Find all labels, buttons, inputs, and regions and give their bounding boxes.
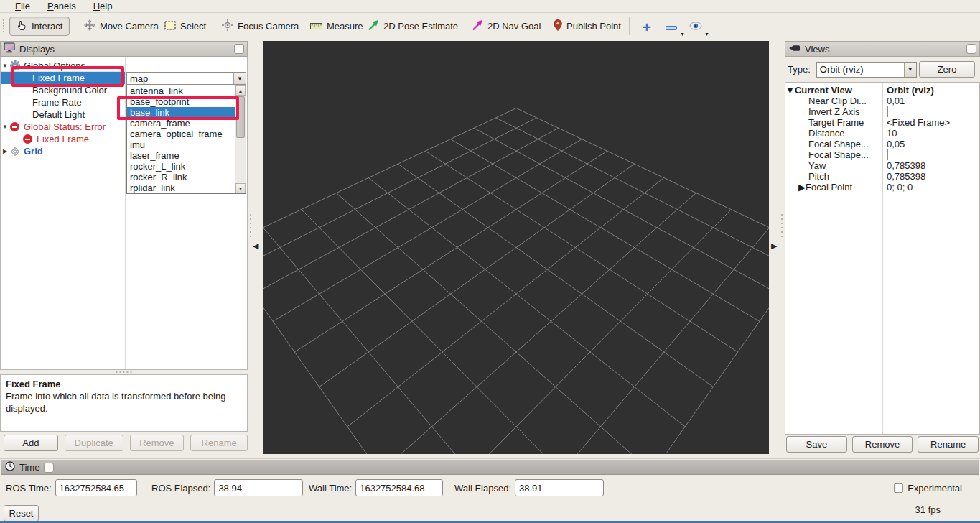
dropdown-option[interactable]: antenna_link: [127, 85, 235, 96]
views-panel-header: Views: [785, 41, 980, 57]
zoom-in-button[interactable]: +: [638, 18, 656, 35]
view-prop-near-clip[interactable]: Near Clip Di... 0,01: [785, 96, 979, 106]
expander-right-icon[interactable]: [1, 148, 9, 154]
dropdown-option[interactable]: rplidar_link: [127, 182, 235, 193]
render-viewport[interactable]: [263, 41, 769, 454]
expander-down-icon[interactable]: [785, 85, 795, 96]
menu-file[interactable]: File: [7, 0, 38, 12]
time-float-button[interactable]: [44, 463, 54, 473]
view-prop-current-view[interactable]: Current View Orbit (rviz): [785, 85, 979, 96]
view-prop-target-frame[interactable]: Target Frame <Fixed Frame>: [785, 117, 979, 128]
menu-panels[interactable]: Panels: [39, 0, 84, 12]
panel-splitter-handle[interactable]: [115, 371, 134, 374]
minus-icon: [666, 22, 677, 32]
move-arrows-icon: [84, 19, 95, 33]
view-type-combobox[interactable]: Orbit (rviz) ▼: [816, 62, 917, 78]
zoom-out-button[interactable]: ▼: [662, 18, 681, 35]
dropdown-option[interactable]: rocker_L_link: [127, 161, 235, 172]
focal-shape-checkbox[interactable]: [887, 149, 888, 160]
expander-down-icon[interactable]: [1, 63, 9, 69]
ros-elapsed-label: ROS Elapsed:: [151, 483, 210, 494]
publish-point-tool-button[interactable]: Publish Point: [547, 17, 627, 36]
focus-camera-tool-button[interactable]: Focus Camera: [215, 17, 305, 36]
view-prop-distance[interactable]: Distance 10: [785, 128, 979, 139]
view-prop-pitch[interactable]: Pitch 0,785398: [785, 171, 979, 182]
tree-row-default-light[interactable]: Default Light: [1, 108, 125, 121]
view-prop-focal-shape-size[interactable]: Focal Shape... 0,05: [785, 139, 979, 149]
invert-z-checkbox[interactable]: [887, 106, 888, 117]
time-panel-header: Time: [1, 460, 979, 475]
map-pin-icon: [554, 19, 562, 33]
grid-svg: [263, 41, 769, 454]
ros-elapsed-input[interactable]: 38.94: [214, 479, 303, 496]
selection-box-icon: [164, 21, 176, 32]
dropdown-option[interactable]: rocker_R_link: [127, 172, 235, 182]
nav-goal-tool-button[interactable]: 2D Nav Goal: [465, 17, 547, 36]
fixed-frame-combobox[interactable]: map ▼: [126, 72, 246, 85]
scrollbar-thumb[interactable]: [236, 96, 245, 138]
tree-row-fixed-frame[interactable]: Fixed Frame: [1, 72, 125, 84]
scroll-up-icon[interactable]: ▲: [235, 85, 246, 96]
menu-help[interactable]: Help: [85, 0, 121, 12]
right-splitter[interactable]: [780, 213, 783, 237]
ros-time-input[interactable]: 1632752584.65: [55, 479, 137, 496]
collapse-right-panel-icon[interactable]: ▶: [771, 241, 777, 251]
grid-display-icon: [9, 146, 20, 157]
camera-icon: [788, 43, 801, 55]
tree-row-background-color[interactable]: Background Color: [1, 84, 125, 96]
dropdown-option[interactable]: camera_frame: [127, 118, 235, 129]
dropdown-option-selected[interactable]: base_link: [127, 107, 235, 118]
displays-float-button[interactable]: [234, 44, 244, 54]
toolbar: Interact Move Camera Select Focus Camera…: [0, 13, 980, 40]
collapse-left-panel-icon[interactable]: ◀: [253, 241, 258, 251]
tree-row-global-options[interactable]: Global Options: [1, 60, 125, 72]
add-button[interactable]: Add: [4, 435, 58, 451]
view-prop-focal-shape-fixed[interactable]: Focal Shape...: [785, 149, 979, 160]
experimental-checkbox[interactable]: [894, 483, 903, 493]
view-prop-focal-point[interactable]: Focal Point 0; 0; 0: [785, 182, 979, 193]
display-help-box: Fixed Frame Frame into which all data is…: [0, 374, 248, 432]
dropdown-option[interactable]: base_footprint: [127, 96, 235, 107]
scroll-down-icon[interactable]: ▼: [235, 183, 246, 193]
left-splitter[interactable]: [249, 213, 252, 237]
tree-row-frame-rate[interactable]: Frame Rate: [1, 96, 125, 108]
views-float-button[interactable]: [966, 44, 976, 54]
combobox-dropdown-button[interactable]: ▼: [233, 73, 246, 84]
rename-display-button: Rename: [190, 435, 248, 451]
visibility-button[interactable]: ▼: [686, 18, 705, 35]
dropdown-scrollbar[interactable]: ▲ ▼: [235, 85, 246, 193]
dropdown-option[interactable]: camera_optical_frame: [127, 129, 235, 139]
dropdown-option[interactable]: laser_frame: [127, 150, 235, 161]
remove-view-button[interactable]: Remove: [852, 436, 913, 453]
toolbar-separator: [629, 17, 630, 35]
tree-row-fixed-frame-error[interactable]: Fixed Frame: [1, 133, 125, 145]
view-type-value: Orbit (rviz): [817, 64, 904, 75]
wall-time-label: Wall Time:: [309, 483, 352, 494]
eye-icon: [689, 22, 702, 32]
fps-counter: 31 fps: [915, 504, 941, 515]
interact-tool-button[interactable]: Interact: [9, 17, 70, 36]
view-prop-yaw[interactable]: Yaw 0,785398: [785, 160, 979, 171]
pose-estimate-tool-button[interactable]: 2D Pose Estimate: [361, 17, 465, 36]
tree-row-global-status[interactable]: Global Status: Error: [1, 121, 125, 133]
fixed-frame-dropdown-list: antenna_link base_footprint base_link ca…: [126, 85, 246, 194]
toolbar-grip[interactable]: [2, 19, 6, 34]
combobox-dropdown-button[interactable]: ▼: [904, 63, 916, 77]
zero-button[interactable]: Zero: [919, 61, 975, 78]
chevron-down-icon: ▼: [704, 32, 709, 37]
measure-tool-button[interactable]: Measure: [304, 17, 370, 36]
tree-row-grid[interactable]: Grid: [1, 145, 125, 157]
save-view-button[interactable]: Save: [786, 436, 847, 453]
reset-button[interactable]: Reset: [4, 505, 39, 522]
dropdown-option[interactable]: imu: [127, 139, 235, 150]
error-icon: [22, 134, 33, 144]
chevron-down-icon: ▼: [680, 32, 685, 37]
select-tool-button[interactable]: Select: [158, 17, 213, 36]
wall-time-input[interactable]: 1632752584.68: [355, 479, 443, 496]
expander-down-icon[interactable]: [1, 124, 9, 130]
rename-view-button[interactable]: Rename: [918, 436, 979, 453]
wall-elapsed-input[interactable]: 38.91: [515, 479, 604, 496]
expander-right-icon[interactable]: [798, 182, 806, 193]
view-prop-invert-z[interactable]: Invert Z Axis: [785, 106, 979, 117]
move-camera-tool-button[interactable]: Move Camera: [78, 17, 165, 36]
